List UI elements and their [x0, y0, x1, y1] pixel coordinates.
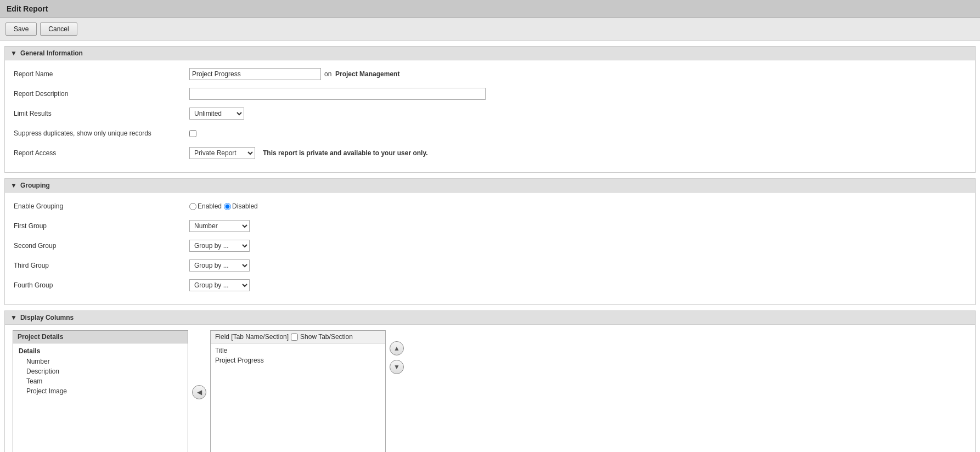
- field-panel-header: Field [Tab Name/Section] Show Tab/Sectio…: [211, 331, 385, 343]
- enable-grouping-row: Enable Grouping Enabled Disabled: [14, 199, 966, 213]
- report-name-label: Report Name: [14, 70, 189, 78]
- project-details-title: Project Details: [13, 331, 188, 343]
- disabled-label: Disabled: [232, 202, 258, 210]
- enabled-label: Enabled: [198, 202, 222, 210]
- general-information-section: ▼ General Information Report Name Projec…: [4, 46, 976, 173]
- fourth-group-select[interactable]: Group by ... Number: [189, 279, 250, 291]
- toolbar: Save Cancel: [0, 18, 980, 41]
- field-panel: Field [Tab Name/Section] Show Tab/Sectio…: [210, 330, 386, 452]
- grouping-title: Grouping: [20, 182, 50, 189]
- project-details-panel: Project Details Details Number Descripti…: [13, 330, 188, 452]
- limit-results-row: Limit Results Unlimited 10 25 50 100 200…: [14, 106, 966, 121]
- limit-results-label: Limit Results: [14, 110, 189, 117]
- suppress-checkbox[interactable]: [189, 130, 196, 137]
- grouping-section: ▼ Grouping Enable Grouping Enabled Disab…: [4, 178, 976, 305]
- field-panel-content: Title Project Progress: [211, 343, 385, 452]
- report-desc-row: Report Description: [14, 87, 966, 101]
- move-right-button[interactable]: ◀: [192, 385, 206, 399]
- fourth-group-row: Fourth Group Group by ... Number: [14, 278, 966, 292]
- move-down-button[interactable]: ▼: [390, 360, 404, 374]
- move-up-icon: ▲: [393, 344, 400, 352]
- tree-group-details[interactable]: Details: [13, 346, 188, 357]
- general-information-body: Report Name Project Progress on Project …: [5, 60, 975, 172]
- first-group-select[interactable]: Number Title Description Team: [189, 220, 250, 232]
- tree-item-number[interactable]: Number: [13, 357, 188, 366]
- move-down-icon: ▼: [393, 363, 400, 371]
- display-columns-body: Project Details Details Number Descripti…: [5, 325, 975, 452]
- grouping-collapse-icon: ▼: [10, 182, 17, 189]
- third-group-label: Third Group: [14, 262, 189, 269]
- report-entity-name: Project Management: [335, 70, 399, 78]
- page-title: Edit Report: [0, 0, 980, 18]
- general-information-title: General Information: [20, 49, 83, 57]
- tree-item-project-image[interactable]: Project Image: [13, 386, 188, 396]
- show-tab-section-checkbox[interactable]: [291, 334, 298, 341]
- report-access-label: Report Access: [14, 149, 189, 157]
- move-right-icon: ◀: [197, 388, 202, 396]
- display-columns-collapse-icon: ▼: [10, 314, 17, 321]
- report-access-row: Report Access Private Report Public Repo…: [14, 146, 966, 160]
- save-button[interactable]: Save: [5, 22, 37, 36]
- private-note: This report is private and available to …: [263, 149, 428, 157]
- grouping-body: Enable Grouping Enabled Disabled First G…: [5, 193, 975, 304]
- fourth-group-label: Fourth Group: [14, 281, 189, 289]
- display-columns-header[interactable]: ▼ Display Columns: [5, 311, 975, 325]
- second-group-label: Second Group: [14, 242, 189, 250]
- move-up-button[interactable]: ▲: [390, 341, 404, 355]
- report-name-input[interactable]: Project Progress: [189, 68, 321, 80]
- collapse-icon: ▼: [10, 49, 17, 57]
- columns-layout: Project Details Details Number Descripti…: [13, 330, 967, 452]
- display-columns-section: ▼ Display Columns Project Details Detail…: [4, 310, 976, 452]
- report-desc-label: Report Description: [14, 90, 189, 98]
- show-tab-section-label: Show Tab/Section: [300, 333, 353, 341]
- report-desc-input[interactable]: [189, 88, 486, 100]
- first-group-label: First Group: [14, 222, 189, 230]
- disabled-radio[interactable]: [224, 203, 231, 210]
- report-name-row: Report Name Project Progress on Project …: [14, 67, 966, 81]
- disabled-radio-label[interactable]: Disabled: [224, 202, 258, 210]
- suppress-label: Suppress duplicates, show only unique re…: [14, 129, 189, 137]
- cancel-button[interactable]: Cancel: [40, 22, 77, 36]
- field-panel-title: Field [Tab Name/Section]: [215, 333, 289, 341]
- move-right-col: ◀: [188, 330, 210, 399]
- enable-grouping-label: Enable Grouping: [14, 202, 189, 210]
- grouping-header[interactable]: ▼ Grouping: [5, 179, 975, 193]
- field-item-project-progress[interactable]: Project Progress: [215, 355, 381, 365]
- enabled-radio-label[interactable]: Enabled: [189, 202, 222, 210]
- third-group-row: Third Group Group by ... Number: [14, 258, 966, 273]
- up-down-arrow-col: ▲ ▼: [386, 330, 408, 374]
- tree-item-team[interactable]: Team: [13, 376, 188, 386]
- report-access-select[interactable]: Private Report Public Report: [189, 147, 255, 159]
- tree-item-description[interactable]: Description: [13, 366, 188, 376]
- enable-grouping-radios: Enabled Disabled: [189, 202, 258, 210]
- first-group-row: First Group Number Title Description Tea…: [14, 219, 966, 233]
- general-information-header[interactable]: ▼ General Information: [5, 47, 975, 60]
- report-name-on: on Project Management: [324, 70, 399, 78]
- second-group-select[interactable]: Group by ... Number Title: [189, 240, 250, 252]
- limit-results-select[interactable]: Unlimited 10 25 50 100 200 500: [189, 108, 244, 120]
- second-group-row: Second Group Group by ... Number Title: [14, 239, 966, 253]
- suppress-row: Suppress duplicates, show only unique re…: [14, 126, 966, 140]
- project-details-content: Details Number Description Team Project …: [13, 343, 188, 452]
- enabled-radio[interactable]: [189, 203, 196, 210]
- display-columns-title: Display Columns: [20, 314, 74, 321]
- third-group-select[interactable]: Group by ... Number: [189, 259, 250, 272]
- field-item-title[interactable]: Title: [215, 346, 381, 355]
